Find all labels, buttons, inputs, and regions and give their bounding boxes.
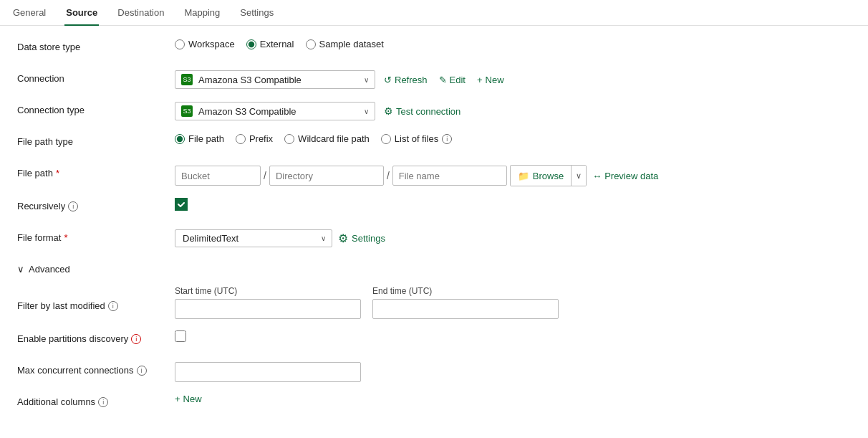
max-connections-input[interactable] bbox=[175, 362, 361, 382]
tab-mapping[interactable]: Mapping bbox=[183, 0, 221, 26]
slash-2: / bbox=[387, 170, 390, 181]
filter-last-modified-info-icon[interactable]: i bbox=[108, 301, 118, 311]
additional-columns-row: Additional columns i + New bbox=[17, 394, 851, 414]
refresh-icon: ↺ bbox=[384, 75, 392, 85]
data-store-type-label: Data store type bbox=[17, 39, 175, 52]
edit-button[interactable]: ✎ Edit bbox=[436, 73, 468, 87]
connection-row: Connection S3 Amazona S3 Compatible ∨ ↺ … bbox=[17, 70, 851, 90]
s3-type-icon: S3 bbox=[181, 105, 193, 117]
preview-data-button[interactable]: ↔ Preview data bbox=[589, 169, 661, 183]
new-button[interactable]: + New bbox=[474, 73, 507, 87]
additional-columns-info-icon[interactable]: i bbox=[98, 397, 108, 407]
end-time-group: End time (UTC) bbox=[372, 286, 559, 319]
chevron-down-advanced-icon: ∨ bbox=[17, 264, 24, 275]
browse-chevron-button[interactable]: ∨ bbox=[572, 166, 586, 186]
file-format-settings-button[interactable]: ⚙ Settings bbox=[338, 232, 385, 245]
connection-type-row: Connection type S3 Amazon S3 Compatible … bbox=[17, 102, 851, 122]
file-format-dropdown[interactable]: DelimitedText ∨ bbox=[175, 229, 332, 247]
refresh-button[interactable]: ↺ Refresh bbox=[381, 73, 430, 87]
checkmark-icon bbox=[177, 200, 185, 209]
advanced-toggle[interactable]: ∨ Advanced bbox=[17, 261, 851, 275]
folder-icon: 📁 bbox=[518, 171, 529, 181]
edit-icon: ✎ bbox=[439, 75, 447, 85]
chevron-down-icon: ∨ bbox=[364, 76, 369, 84]
tab-bar: General Source Destination Mapping Setti… bbox=[0, 0, 868, 26]
max-connections-label: Max concurrent connections i bbox=[17, 362, 175, 376]
additional-columns-plus-icon: + bbox=[175, 394, 180, 404]
connection-dropdown[interactable]: S3 Amazona S3 Compatible ∨ bbox=[175, 70, 375, 89]
enable-partitions-label: Enable partitions discovery i bbox=[17, 330, 175, 344]
recursively-row: Recursively i bbox=[17, 198, 851, 218]
radio-external[interactable]: External bbox=[246, 39, 294, 49]
enable-partitions-checkbox[interactable] bbox=[175, 330, 186, 342]
browse-button[interactable]: 📁 Browse bbox=[511, 166, 571, 186]
file-format-label: File format * bbox=[17, 229, 175, 243]
preview-icon: ↔ bbox=[592, 171, 602, 181]
test-connection-icon: ⚙ bbox=[384, 105, 393, 117]
main-content: Data store type Workspace External Sampl… bbox=[0, 26, 868, 438]
enable-partitions-info-icon[interactable]: i bbox=[131, 334, 141, 344]
list-of-files-info-icon[interactable]: i bbox=[442, 134, 452, 144]
recursively-checkbox[interactable] bbox=[175, 198, 188, 211]
connection-type-controls: S3 Amazon S3 Compatible ∨ ⚙ Test connect… bbox=[175, 102, 851, 120]
enable-partitions-controls bbox=[175, 330, 851, 342]
file-path-type-controls: File path Prefix Wildcard file path List… bbox=[175, 133, 851, 144]
connection-type-dropdown[interactable]: S3 Amazon S3 Compatible ∨ bbox=[175, 102, 375, 120]
start-time-group: Start time (UTC) bbox=[175, 286, 361, 319]
start-time-label: Start time (UTC) bbox=[175, 286, 361, 296]
recursively-controls bbox=[175, 198, 851, 211]
file-path-required: * bbox=[56, 168, 59, 178]
file-path-row: File path * / / 📁 Browse ∨ ↔ Preview dat… bbox=[17, 165, 851, 186]
file-path-type-row: File path type File path Prefix Wildcard… bbox=[17, 133, 851, 153]
filename-input[interactable] bbox=[392, 166, 507, 186]
radio-list-of-files[interactable]: List of files i bbox=[381, 133, 452, 144]
filter-last-modified-row: Filter by last modified i Start time (UT… bbox=[17, 286, 851, 319]
s3-icon: S3 bbox=[181, 74, 193, 85]
radio-workspace[interactable]: Workspace bbox=[175, 39, 235, 49]
max-connections-info-icon[interactable]: i bbox=[137, 366, 147, 376]
data-store-type-row: Data store type Workspace External Sampl… bbox=[17, 39, 851, 59]
directory-input[interactable] bbox=[269, 166, 384, 186]
file-path-controls: / / 📁 Browse ∨ ↔ Preview data bbox=[175, 165, 851, 186]
recursively-label: Recursively i bbox=[17, 198, 175, 211]
connection-label: Connection bbox=[17, 70, 175, 84]
tab-source[interactable]: Source bbox=[64, 0, 99, 26]
tab-settings[interactable]: Settings bbox=[238, 0, 275, 26]
end-time-input[interactable] bbox=[372, 299, 559, 319]
file-format-required: * bbox=[64, 232, 67, 243]
browse-group: 📁 Browse ∨ bbox=[510, 165, 587, 186]
data-store-type-controls: Workspace External Sample dataset bbox=[175, 39, 851, 49]
filter-last-modified-label: Filter by last modified i bbox=[17, 286, 175, 311]
radio-prefix[interactable]: Prefix bbox=[236, 133, 273, 144]
file-path-label: File path * bbox=[17, 165, 175, 178]
tab-general[interactable]: General bbox=[11, 0, 47, 26]
start-time-input[interactable] bbox=[175, 299, 361, 319]
file-format-controls: DelimitedText ∨ ⚙ Settings bbox=[175, 229, 851, 247]
additional-columns-label: Additional columns i bbox=[17, 394, 175, 407]
radio-file-path[interactable]: File path bbox=[175, 133, 224, 144]
radio-sample-dataset[interactable]: Sample dataset bbox=[306, 39, 384, 49]
recursively-info-icon[interactable]: i bbox=[68, 201, 78, 211]
max-connections-row: Max concurrent connections i bbox=[17, 362, 851, 382]
max-connections-controls bbox=[175, 362, 851, 382]
file-format-chevron-icon: ∨ bbox=[321, 234, 326, 242]
settings-icon: ⚙ bbox=[338, 232, 348, 245]
file-path-type-label: File path type bbox=[17, 133, 175, 147]
enable-partitions-row: Enable partitions discovery i bbox=[17, 330, 851, 351]
tab-destination[interactable]: Destination bbox=[116, 0, 165, 26]
filter-last-modified-controls: Start time (UTC) End time (UTC) bbox=[175, 286, 851, 319]
connection-type-label: Connection type bbox=[17, 102, 175, 115]
plus-icon: + bbox=[477, 75, 483, 85]
additional-columns-new-button[interactable]: + New bbox=[175, 394, 202, 404]
end-time-label: End time (UTC) bbox=[372, 286, 559, 296]
slash-1: / bbox=[264, 170, 266, 181]
connection-type-chevron-icon: ∨ bbox=[364, 108, 369, 115]
connection-controls: S3 Amazona S3 Compatible ∨ ↺ Refresh ✎ E… bbox=[175, 70, 851, 89]
bucket-input[interactable] bbox=[175, 166, 261, 186]
test-connection-button[interactable]: ⚙ Test connection bbox=[381, 104, 463, 118]
additional-columns-controls: + New bbox=[175, 394, 851, 404]
file-format-row: File format * DelimitedText ∨ ⚙ Settings bbox=[17, 229, 851, 249]
radio-wildcard[interactable]: Wildcard file path bbox=[284, 133, 370, 144]
